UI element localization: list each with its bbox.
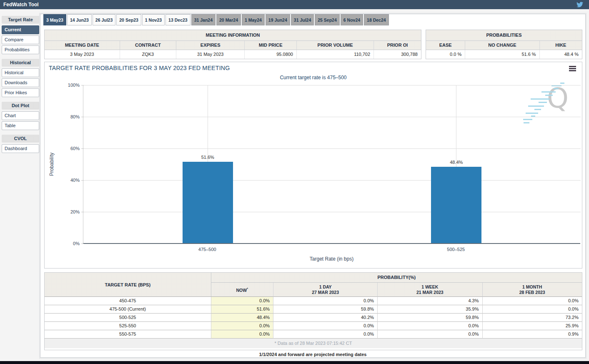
prob-cell: 0.0%	[378, 322, 482, 330]
sidebar-item-chart[interactable]: Chart	[2, 111, 39, 120]
x-axis-title: Target Rate (in bps)	[83, 256, 580, 262]
value-prior-volume: 110,702	[297, 50, 374, 59]
subheader-line1: 1 DAY	[319, 284, 332, 289]
bar-value-label: 51.6%	[183, 155, 233, 160]
sidebar-item-dashboard[interactable]: Dashboard	[2, 144, 39, 153]
watermark-stripe	[560, 83, 564, 84]
prob-cell: 0.0%	[273, 322, 378, 330]
chart-panel: TARGET RATE PROBABILITIES FOR 3 MAY 2023…	[44, 62, 582, 269]
app-title: FedWatch Tool	[3, 0, 39, 9]
sidebar-group-historical: HistoricalHistoricalDownloadsPrior Hikes	[2, 59, 39, 97]
gridline-h	[83, 85, 581, 85]
probability-table: TARGET RATE (BPS)PROBABILITY(%)NOW*1 DAY…	[45, 273, 582, 348]
chart-title: TARGET RATE PROBABILITIES FOR 3 MAY 2023…	[49, 64, 230, 71]
probabilities-summary-grid: EASENO CHANGEHIKE0.0 %51.6 %48.4 %	[426, 41, 582, 59]
prob-cell: 35.9%	[378, 305, 482, 314]
sidebar-item-prior-hikes[interactable]: Prior Hikes	[2, 88, 39, 97]
y-tick-label: 80%	[45, 114, 80, 119]
prob-cell: 0.0%	[378, 330, 482, 339]
tab-6-nov24[interactable]: 6 Nov24	[341, 14, 363, 25]
twitter-icon[interactable]	[576, 1, 583, 8]
y-tick-mark	[81, 212, 84, 212]
sidebar-item-historical[interactable]: Historical	[2, 68, 39, 77]
tab-3-may23[interactable]: 3 May23	[43, 14, 66, 25]
rate-cell: 450-475	[45, 297, 211, 305]
value-ease: 0.0 %	[426, 50, 465, 59]
sidebar-item-probabilities[interactable]: Probabilities	[2, 45, 39, 54]
sidebar-item-table[interactable]: Table	[2, 121, 39, 130]
column-header-contract: CONTRACT	[120, 41, 176, 50]
rate-cell: 550-575	[45, 330, 211, 339]
prob-cell: 59.8%	[378, 314, 482, 322]
sidebar-item-current[interactable]: Current	[2, 25, 39, 34]
column-header-meeting-date: MEETING DATE	[45, 41, 120, 50]
prob-cell: 0.0%	[273, 297, 378, 305]
column-header-hike: HIKE	[540, 41, 582, 50]
gridline-h	[83, 212, 581, 212]
value-hike: 48.4 %	[540, 50, 582, 59]
y-tick-mark	[81, 180, 84, 181]
prob-cell: 40.2%	[273, 314, 378, 322]
target-rate-column-header: TARGET RATE (BPS)	[45, 273, 211, 297]
column-header-no-change: NO CHANGE	[465, 41, 539, 50]
prob-cell: 59.8%	[273, 305, 378, 314]
prob-cell: 0.9%	[483, 330, 582, 339]
sidebar: Target RateCurrentCompareProbabilitiesHi…	[2, 16, 39, 158]
y-tick-mark	[81, 148, 84, 149]
column-header-expires: EXPIRES	[176, 41, 245, 50]
tab-20-mar24[interactable]: 20 Mar24	[216, 14, 241, 25]
subheader-now: NOW*	[211, 283, 274, 297]
tab-strip: 3 May2314 Jun2326 Jul2320 Sep231 Nov2313…	[43, 14, 390, 26]
tab-18-dec24[interactable]: 18 Dec24	[364, 14, 389, 25]
tab-1-may24[interactable]: 1 May24	[242, 14, 265, 25]
bar-value-label: 48.4%	[431, 160, 481, 165]
column-header-mid-price: MID PRICE	[245, 41, 297, 50]
meeting-info-title: MEETING INFORMATION	[45, 30, 421, 41]
prob-cell: 0.0%	[483, 305, 582, 314]
tab-14-jun23[interactable]: 14 Jun23	[67, 14, 92, 25]
y-tick-mark	[81, 117, 84, 117]
x-tick-label: 475–500	[165, 247, 249, 252]
value-no-change: 51.6 %	[465, 50, 539, 59]
tab-1-nov23[interactable]: 1 Nov23	[142, 14, 165, 25]
subheader-line2: 27 MAR 2023	[273, 290, 377, 295]
rate-cell: 525-550	[45, 322, 211, 330]
plot-area: 51.6%48.4%	[83, 85, 581, 244]
sidebar-group-cvol: CVOLDashboard	[2, 135, 39, 153]
bar-500-525[interactable]	[431, 167, 481, 244]
tab-20-sep23[interactable]: 20 Sep23	[116, 14, 141, 25]
tab-31-jan24[interactable]: 31 Jan24	[191, 14, 216, 25]
table-footnote: * Data as of 28 Mar 2023 07:15:42 CT	[45, 339, 582, 348]
value-meeting-date: 3 May 2023	[45, 50, 120, 59]
y-tick-mark	[81, 85, 84, 85]
meeting-info-grid: MEETING DATECONTRACTEXPIRESMID PRICEPRIO…	[45, 41, 421, 59]
probabilities-summary-panel: PROBABILITIES EASENO CHANGEHIKE0.0 %51.6…	[426, 30, 582, 59]
chart-subtitle: Current target rate is 475–500	[45, 75, 582, 80]
prob-cell: 0.0%	[211, 330, 274, 339]
value-expires: 31 May 2023	[176, 50, 245, 59]
sidebar-header-cvol: CVOL	[2, 135, 39, 143]
subheader-1-month: 1 MONTH28 FEB 2023	[483, 283, 582, 297]
hamburger-menu-icon[interactable]	[569, 66, 576, 72]
tab-25-sep24[interactable]: 25 Sep24	[315, 14, 340, 25]
column-header-prior-oi: PRIOR OI	[374, 41, 421, 50]
sidebar-group-dot-plot: Dot PlotChartTable	[2, 102, 39, 130]
sidebar-header-dot-plot: Dot Plot	[2, 102, 39, 110]
subheader-line2: 28 FEB 2023	[483, 290, 582, 295]
sidebar-item-compare[interactable]: Compare	[2, 35, 39, 44]
gridline-h	[83, 180, 581, 181]
value-prior-oi: 300,788	[374, 50, 421, 59]
top-bar: FedWatch Tool	[0, 0, 589, 9]
gridline-h	[83, 117, 581, 117]
y-tick-label: 100%	[45, 83, 80, 88]
tab-19-jun24[interactable]: 19 Jun24	[266, 14, 290, 25]
prob-cell: 0.0%	[273, 330, 378, 339]
footnote-asterisk: *	[247, 287, 248, 291]
bar-475-500[interactable]	[183, 162, 233, 244]
sidebar-item-downloads[interactable]: Downloads	[2, 78, 39, 87]
y-tick-label: 60%	[45, 146, 80, 151]
tab-31-jul24[interactable]: 31 Jul24	[291, 14, 314, 25]
tab-13-dec23[interactable]: 13 Dec23	[165, 14, 190, 25]
y-tick-label: 0%	[45, 241, 80, 246]
tab-26-jul23[interactable]: 26 Jul23	[93, 14, 115, 25]
